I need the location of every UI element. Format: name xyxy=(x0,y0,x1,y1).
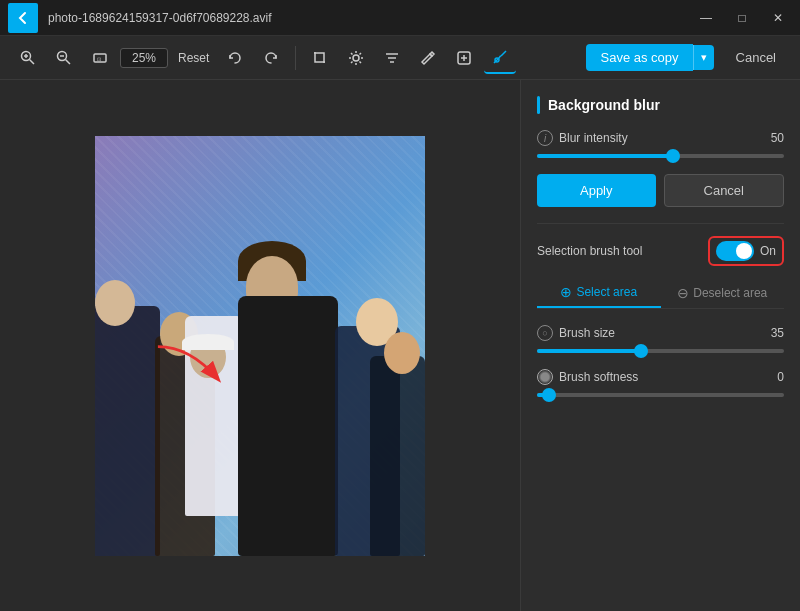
brush-tool-row: Selection brush tool On xyxy=(537,236,784,266)
brush-size-row: ○ Brush size 35 xyxy=(537,325,784,341)
save-dropdown-button[interactable]: ▾ xyxy=(693,45,714,70)
blur-info-icon: i xyxy=(537,130,553,146)
brush-size-icon: ○ xyxy=(537,325,553,341)
fit-button[interactable]: ⊡ xyxy=(84,42,116,74)
window-title: photo-1689624159317-0d6f70689228.avif xyxy=(48,11,692,25)
back-button[interactable] xyxy=(8,3,38,33)
people-group xyxy=(100,176,420,556)
svg-line-5 xyxy=(66,59,71,64)
blur-intensity-label: i Blur intensity xyxy=(537,130,628,146)
apply-button[interactable]: Apply xyxy=(537,174,656,207)
save-button-group: Save as copy ▾ xyxy=(586,44,713,71)
toolbar: ⊡ 25% Reset xyxy=(0,36,800,80)
blur-intensity-row: i Blur intensity 50 xyxy=(537,130,784,146)
select-deselect-row: ⊕ Select area ⊖ Deselect area xyxy=(537,278,784,309)
brush-size-thumb[interactable] xyxy=(634,344,648,358)
person-bg4 xyxy=(370,356,425,556)
svg-line-1 xyxy=(30,59,35,64)
panel-title-text: Background blur xyxy=(548,97,660,113)
svg-line-16 xyxy=(360,53,362,55)
brush-softness-icon xyxy=(537,369,553,385)
canvas-area xyxy=(0,80,520,611)
main-cancel-button[interactable]: Cancel xyxy=(724,44,788,71)
selection-brush-toggle[interactable] xyxy=(716,241,754,261)
brightness-tool-button[interactable] xyxy=(340,42,372,74)
redo-button[interactable] xyxy=(255,42,287,74)
zoom-level-display: 25% xyxy=(120,48,168,68)
apply-cancel-row: Apply Cancel xyxy=(537,174,784,207)
sticker-tool-button[interactable] xyxy=(448,42,480,74)
draw-tool-button[interactable] xyxy=(412,42,444,74)
brush-softness-label-text: Brush softness xyxy=(559,370,638,384)
brush-size-label: ○ Brush size xyxy=(537,325,615,341)
person-main-body xyxy=(238,296,338,556)
divider-1 xyxy=(537,223,784,224)
svg-line-17 xyxy=(351,61,353,63)
brush-size-value: 35 xyxy=(771,326,784,340)
blur-intensity-value: 50 xyxy=(771,131,784,145)
filter-tool-button[interactable] xyxy=(376,42,408,74)
brush-softness-row: Brush softness 0 xyxy=(537,369,784,385)
brush-size-slider[interactable] xyxy=(537,349,784,353)
zoom-in-button[interactable] xyxy=(12,42,44,74)
retouch-tool-button[interactable] xyxy=(484,42,516,74)
person-bg1-head xyxy=(95,280,135,326)
undo-button[interactable] xyxy=(219,42,251,74)
close-button[interactable]: ✕ xyxy=(764,8,792,28)
brush-softness-slider[interactable] xyxy=(537,393,784,397)
toggle-on-label: On xyxy=(760,244,776,258)
maximize-button[interactable]: □ xyxy=(728,8,756,28)
zoom-out-button[interactable] xyxy=(48,42,80,74)
deselect-area-tab[interactable]: ⊖ Deselect area xyxy=(661,278,785,308)
brush-size-label-text: Brush size xyxy=(559,326,615,340)
select-area-label: Select area xyxy=(576,285,637,299)
panel-title-accent xyxy=(537,96,540,114)
svg-line-15 xyxy=(360,61,362,63)
svg-text:⊡: ⊡ xyxy=(97,56,101,62)
deselect-minus-icon: ⊖ xyxy=(677,285,689,301)
select-area-tab[interactable]: ⊕ Select area xyxy=(537,278,661,308)
person-bg4-head xyxy=(384,332,420,374)
blur-intensity-fill xyxy=(537,154,673,158)
title-bar: photo-1689624159317-0d6f70689228.avif — … xyxy=(0,0,800,36)
deselect-area-label: Deselect area xyxy=(693,286,767,300)
main-content: Background blur i Blur intensity 50 Appl… xyxy=(0,80,800,611)
blur-intensity-slider[interactable] xyxy=(537,154,784,158)
select-plus-icon: ⊕ xyxy=(560,284,572,300)
panel-title: Background blur xyxy=(537,96,784,114)
svg-line-14 xyxy=(351,53,353,55)
brush-size-fill xyxy=(537,349,641,353)
svg-point-9 xyxy=(353,55,359,61)
separator-1 xyxy=(295,46,296,70)
reset-button[interactable]: Reset xyxy=(172,49,215,67)
blur-intensity-label-text: Blur intensity xyxy=(559,131,628,145)
person-bg1 xyxy=(95,306,160,556)
crop-tool-button[interactable] xyxy=(304,42,336,74)
photo-container xyxy=(95,136,425,556)
brush-tool-label-text: Selection brush tool xyxy=(537,244,642,258)
window-controls: — □ ✕ xyxy=(692,8,792,28)
blur-intensity-thumb[interactable] xyxy=(666,149,680,163)
toggle-wrapper[interactable]: On xyxy=(708,236,784,266)
brush-softness-label: Brush softness xyxy=(537,369,638,385)
photo-background xyxy=(95,136,425,556)
right-panel: Background blur i Blur intensity 50 Appl… xyxy=(520,80,800,611)
save-as-copy-button[interactable]: Save as copy xyxy=(586,44,692,71)
panel-cancel-button[interactable]: Cancel xyxy=(664,174,785,207)
brush-softness-thumb[interactable] xyxy=(542,388,556,402)
brush-softness-value: 0 xyxy=(777,370,784,384)
toggle-knob xyxy=(736,243,752,259)
minimize-button[interactable]: — xyxy=(692,8,720,28)
